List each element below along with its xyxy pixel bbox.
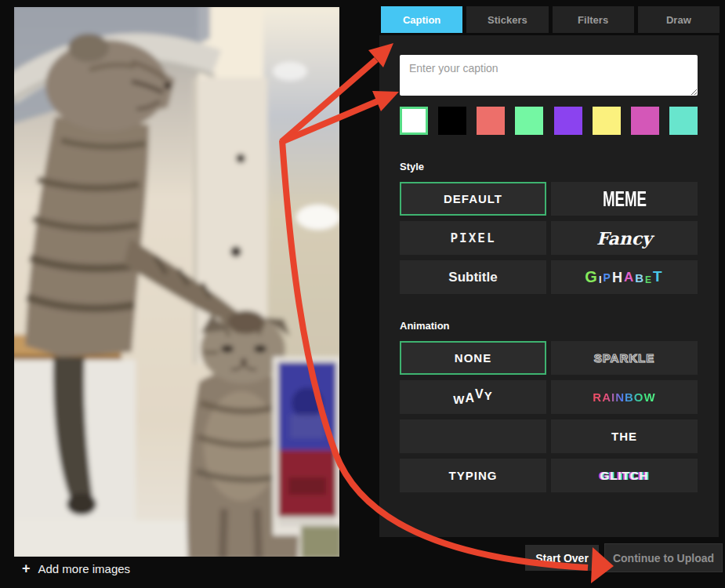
animation-option-none-label: NONE [455, 351, 491, 365]
editor-tabs: Caption Stickers Filters Draw [381, 6, 720, 33]
style-option-default-label: DEFAULT [444, 192, 502, 205]
animation-option-sparkle-label: SPARKLE [594, 351, 655, 365]
style-option-meme-label: MEME [602, 187, 646, 211]
animation-option-zoom-label: THE [611, 430, 637, 443]
color-swatch-purple[interactable] [554, 107, 582, 135]
animation-option-empty[interactable] [400, 419, 546, 453]
style-option-giphabet-label: GIPHABET [585, 268, 663, 286]
color-swatch-salmon[interactable] [477, 107, 505, 135]
caption-input[interactable] [400, 55, 698, 96]
animation-option-glitch[interactable]: GLITCH [551, 459, 698, 492]
style-option-subtitle-label: Subtitle [448, 270, 497, 285]
animation-option-typing-label: TYPING [449, 469, 498, 482]
color-swatch-black[interactable] [438, 107, 466, 135]
gif-preview-canvas[interactable] [14, 7, 339, 557]
animation-option-rainbow-label: RAINBOW [593, 390, 655, 404]
animation-option-sparkle[interactable]: SPARKLE [551, 341, 698, 375]
style-option-pixel[interactable]: PIXEL [400, 221, 546, 255]
animation-section-label: Animation [400, 321, 698, 332]
animation-option-zoom[interactable]: THE [551, 419, 698, 453]
caption-panel: Style DEFAULT MEME PIXEL Fancy Subtitle … [379, 35, 719, 537]
style-option-giphabet[interactable]: GIPHABET [551, 260, 698, 294]
tab-caption[interactable]: Caption [381, 6, 462, 33]
color-swatch-white[interactable] [400, 107, 428, 135]
add-more-images-button[interactable]: + Add more images [22, 561, 130, 575]
tab-draw[interactable]: Draw [638, 6, 720, 33]
add-more-images-label: Add more images [38, 562, 131, 575]
animation-option-glitch-label: GLITCH [600, 469, 649, 482]
animation-option-rainbow[interactable]: RAINBOW [551, 380, 698, 414]
style-option-default[interactable]: DEFAULT [400, 182, 546, 216]
animation-option-none[interactable]: NONE [400, 341, 546, 375]
style-option-fancy-label: Fancy [596, 228, 652, 249]
animation-option-typing[interactable]: TYPING [400, 459, 546, 492]
plus-icon: + [22, 561, 31, 575]
style-section-label: Style [400, 162, 698, 172]
animation-options: NONE SPARKLE WAVY RAINBOW THE TYPING GLI… [400, 341, 698, 492]
tab-stickers[interactable]: Stickers [466, 6, 548, 33]
style-option-pixel-label: PIXEL [450, 230, 495, 245]
gif-caption-editor: + Add more images Caption Stickers Filte… [0, 0, 725, 588]
color-swatch-yellow[interactable] [593, 107, 621, 135]
cats-gif-image [14, 7, 339, 557]
style-option-subtitle[interactable]: Subtitle [400, 260, 546, 294]
style-options: DEFAULT MEME PIXEL Fancy Subtitle GIPHAB… [400, 182, 698, 294]
animation-option-wavy-label: WAVY [453, 390, 492, 405]
style-option-fancy[interactable]: Fancy [551, 221, 698, 255]
style-option-meme[interactable]: MEME [551, 182, 698, 216]
color-swatch-green[interactable] [515, 107, 543, 135]
caption-color-swatches [400, 107, 698, 135]
animation-option-wavy[interactable]: WAVY [400, 380, 546, 414]
color-swatch-magenta[interactable] [631, 107, 659, 135]
start-over-button[interactable]: Start Over [525, 545, 599, 571]
continue-to-upload-button[interactable]: Continue to Upload [604, 543, 723, 572]
color-swatch-teal[interactable] [669, 107, 698, 135]
tab-filters[interactable]: Filters [553, 6, 634, 33]
